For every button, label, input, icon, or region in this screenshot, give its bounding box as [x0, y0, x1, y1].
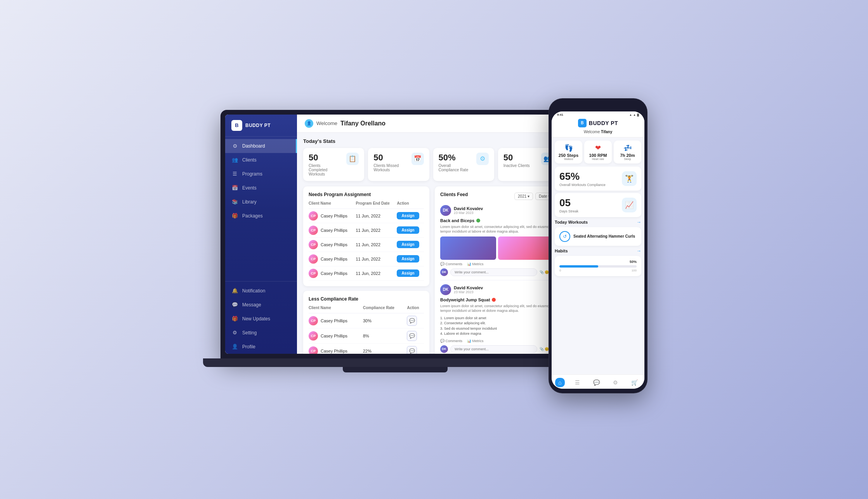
compliance-rate-table: Client Name Compliance Rate Action CP Ca…	[309, 306, 424, 354]
sidebar-item-programs[interactable]: ☰ Programs	[225, 167, 297, 181]
habits-percent: 50%	[630, 260, 637, 264]
feed-post-1: DK David Kovalev 23 Mar 2023 ⋯	[440, 205, 554, 280]
program-assignment-title: Needs Program Assignment	[309, 192, 424, 197]
comments-button-2[interactable]: 💬 Comments	[440, 339, 462, 343]
phone-nav-list[interactable]: ☰	[572, 378, 583, 387]
assign-button[interactable]: Assign	[397, 269, 419, 277]
chat-button[interactable]: 💬	[407, 346, 417, 354]
sidebar-item-clients[interactable]: 👥 Clients	[225, 153, 297, 167]
scene: B BUDDY PT ⊙ Dashboard 👥 Clients ☰ Progr…	[220, 98, 648, 401]
phone-compliance-label: Overall Workouts Compliance	[559, 183, 606, 187]
sleep-label: Sleep	[616, 158, 639, 160]
client-name-cell: CP Casey Phillips	[309, 266, 356, 280]
feed-user-avatar: DK	[440, 284, 451, 295]
stat-number: 50%	[439, 153, 470, 163]
steps-label: Walked	[557, 158, 580, 160]
program-date-cell: 11 Jun, 2022	[356, 237, 397, 252]
col-action: Action	[397, 201, 424, 209]
metrics-button-2[interactable]: 📊 Metrics	[467, 339, 484, 343]
feed-user-info: DK David Kovalev 23 Mar 2023	[440, 205, 483, 216]
habits-range-start: 0	[559, 269, 561, 272]
phone-nav-home[interactable]: ⌂	[555, 378, 564, 387]
heart-icon: ❤	[587, 144, 609, 152]
assign-button[interactable]: Assign	[397, 241, 419, 248]
sidebar-item-notification[interactable]: 🔔 Notification	[225, 284, 297, 298]
cart-nav-icon: 🛒	[631, 379, 638, 386]
comments-button[interactable]: 💬 Comments	[440, 262, 462, 266]
phone-stats-row: 👣 250 Steps Walked ❤ 100 RPM Heart rate …	[555, 141, 641, 163]
stat-icon-missed: 📅	[411, 153, 424, 165]
phone-compliance-icon: 🏋	[622, 171, 637, 186]
phone-workouts-title: Today Workouts	[555, 220, 588, 224]
sidebar-item-dashboard[interactable]: ⊙ Dashboard	[225, 139, 297, 153]
new-updates-icon: 🎁	[231, 315, 238, 322]
year-filter[interactable]: 2021 ▾	[514, 193, 533, 200]
stat-label: Clients Completed Workouts	[309, 163, 340, 176]
sleep-icon: 💤	[616, 144, 639, 152]
assign-button[interactable]: Assign	[397, 226, 419, 234]
col-program-end-date: Program End Date	[356, 201, 397, 209]
sidebar-item-library[interactable]: 📚 Library	[225, 195, 297, 209]
program-assignment-table: Client Name Program End Date Action CP C…	[309, 201, 424, 281]
comment-input-2[interactable]	[450, 345, 537, 353]
table-row: CP Casey Phillips 8% 💬	[309, 328, 424, 343]
col-client-name: Client Name	[309, 201, 356, 209]
workout-name: Seated Alternating Hammer Curls	[573, 234, 635, 238]
phone-nav-chat[interactable]: 💬	[590, 378, 603, 387]
workout-icon: ↺	[559, 231, 570, 242]
phone-nav-cart[interactable]: 🛒	[628, 378, 641, 387]
laptop-base	[203, 358, 587, 367]
stat-label: Overall Compliance Rate	[439, 163, 470, 172]
content-area: Today's Stats 50 Clients Completed Worko…	[297, 133, 565, 354]
sidebar-item-new-updates[interactable]: 🎁 New Updates	[225, 312, 297, 326]
sidebar-item-packages[interactable]: 🎁 Packages	[225, 209, 297, 223]
stat-number: 50	[309, 153, 340, 163]
client-name-cell: CP Casey Phillips	[309, 343, 363, 354]
heart-label: Heart rate	[587, 158, 609, 160]
phone-logo-row: B BUDDY PT	[557, 119, 639, 127]
phone-header: B BUDDY PT Welcome Tifany	[552, 116, 644, 137]
assign-button[interactable]: Assign	[397, 212, 419, 219]
sidebar-item-message[interactable]: 💬 Message	[225, 298, 297, 312]
chat-nav-icon: 💬	[593, 379, 600, 386]
chat-button[interactable]: 💬	[407, 331, 417, 341]
feed-text: Lorem ipsum dolor sit amet, consectetur …	[440, 224, 554, 234]
feed-user-avatar: DK	[440, 205, 451, 216]
two-column-layout: Needs Program Assignment Client Name Pro…	[303, 186, 559, 354]
col-action: Action	[407, 306, 424, 313]
phone-workouts-arrow[interactable]: →	[637, 219, 641, 225]
sidebar-item-events[interactable]: 📅 Events	[225, 181, 297, 195]
feed-user-name: David Kovalev	[454, 285, 483, 290]
sidebar-item-setting[interactable]: ⚙ Setting	[225, 326, 297, 340]
stats-title: Today's Stats	[303, 138, 559, 144]
phone-workout-item: ↺ Seated Alternating Hammer Curls	[555, 227, 641, 246]
left-column: Needs Program Assignment Client Name Pro…	[303, 186, 429, 354]
chat-button[interactable]: 💬	[407, 316, 417, 326]
phone-habits-arrow[interactable]: →	[637, 248, 641, 254]
action-cell: Assign	[397, 209, 424, 223]
compliance-rate-card: Less Compliance Rate Client Name Complia…	[303, 291, 429, 354]
client-name-cell: CP Casey Phillips	[309, 223, 356, 237]
stat-number: 50	[503, 153, 530, 163]
feed-user-details: David Kovalev 23 Mar 2023	[454, 285, 483, 294]
compliance-rate-cell: 30%	[363, 313, 407, 328]
habits-bar-fill	[559, 265, 598, 268]
action-cell: 💬	[407, 328, 424, 343]
phone-nav-settings[interactable]: ⚙	[610, 378, 621, 387]
table-row: CP Casey Phillips 22% 💬	[309, 343, 424, 354]
sidebar-item-label: Notification	[242, 288, 265, 294]
action-cell: Assign	[397, 223, 424, 237]
habits-bar	[559, 265, 637, 268]
assign-button[interactable]: Assign	[397, 255, 419, 263]
feed-post-title: Back and Biceps	[440, 218, 554, 223]
commenter-avatar: DK	[440, 268, 448, 276]
phone-stat-sleep: 💤 7h 20m Sleep	[614, 141, 641, 163]
program-date-cell: 11 Jun, 2022	[356, 252, 397, 266]
metrics-button[interactable]: 📊 Metrics	[467, 262, 484, 266]
stat-info: 50 Clients Missed Workouts	[373, 153, 404, 172]
comment-input[interactable]	[450, 268, 537, 276]
stat-card-completed: 50 Clients Completed Workouts 📋	[303, 148, 364, 181]
clients-icon: 👥	[231, 156, 238, 163]
feed-filters: 2021 ▾ Date ▾	[514, 193, 554, 200]
sidebar-item-profile[interactable]: 👤 Profile	[225, 340, 297, 354]
